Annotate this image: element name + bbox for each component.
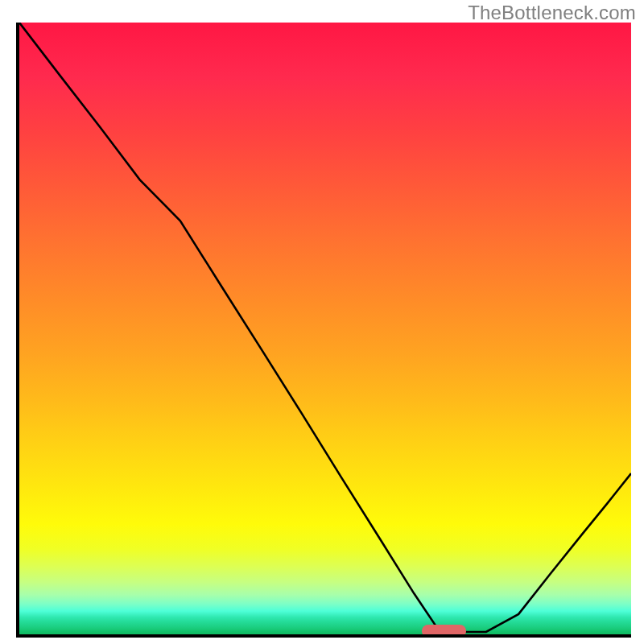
chart-wrap: TheBottleneck.com (0, 0, 644, 644)
watermark-text: TheBottleneck.com (468, 2, 636, 24)
optimal-marker (422, 625, 466, 638)
gradient-background (19, 23, 631, 634)
plot-area (16, 23, 631, 638)
